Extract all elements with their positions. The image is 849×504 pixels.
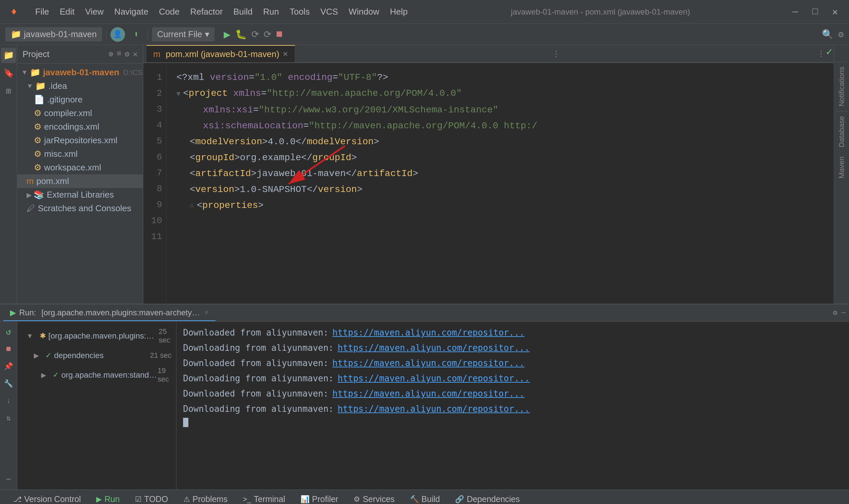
bookmarks-icon-btn[interactable]: 🔖 — [1, 66, 16, 81]
code-content[interactable]: <?xml version="1.0" encoding="UTF-8"?> ▼… — [166, 63, 834, 304]
sort-icon-btn[interactable]: ⇅ — [1, 411, 16, 426]
terminal-btn[interactable]: >_ Terminal — [236, 492, 292, 504]
run-tree-root[interactable]: ▼ ✱ [org.apache.maven.plugins:maven-arch… — [17, 325, 176, 347]
build-btn[interactable]: 🔨 Build — [403, 492, 447, 504]
output-cursor-line — [183, 418, 842, 427]
output-link-4[interactable]: https://maven.aliyun.com/repositor... — [338, 371, 530, 386]
tree-pom-xml[interactable]: m pom.xml — [17, 175, 143, 188]
bottom-settings-icon[interactable]: ⚙ — [833, 308, 837, 317]
output-text-6: Downloading from aliyunmaven: — [183, 401, 333, 416]
tree-jar-repositories-xml[interactable]: ⚙ jarRepositories.xml — [17, 133, 143, 147]
editor-area: m pom.xml (javaweb-01-maven) ✕ ⋮ ⋮ 12345… — [143, 45, 834, 304]
tree-workspace-xml[interactable]: ⚙ workspace.xml — [17, 161, 143, 175]
win-minimize[interactable]: — — [788, 5, 802, 19]
more-bottom-icon-btn[interactable]: ⋯ — [1, 471, 16, 487]
toolbar-avatar[interactable]: 👤 — [110, 27, 125, 42]
tree-gitignore[interactable]: 📄 .gitignore — [17, 93, 143, 106]
logo-btn[interactable]: ♦ — [7, 5, 21, 19]
output-link-1[interactable]: https://maven.aliyun.com/repositor... — [332, 325, 524, 340]
tree-misc-xml[interactable]: ⚙ misc.xml — [17, 147, 143, 161]
database-tab[interactable]: Database — [835, 111, 848, 152]
services-label: Services — [363, 494, 395, 504]
output-link-3[interactable]: https://maven.aliyun.com/repositor... — [332, 356, 524, 371]
stop-run-icon-btn[interactable]: ■ — [1, 342, 16, 357]
window-title: javaweb-01-maven - pom.xml (javaweb-01-m… — [418, 7, 783, 17]
maven-tab[interactable]: Maven — [835, 152, 848, 183]
output-link-5[interactable]: https://maven.aliyun.com/repositor... — [332, 386, 524, 401]
vcs-icon: ⎇ — [13, 495, 21, 504]
run-output-console[interactable]: Downloaded from aliyunmaven: https://mav… — [177, 322, 849, 489]
services-btn[interactable]: ⚙ Services — [347, 492, 401, 504]
run-button[interactable]: ▶ — [224, 28, 231, 41]
project-settings-icon[interactable]: ⚙ — [125, 49, 129, 59]
menu-window[interactable]: Window — [343, 5, 384, 19]
project-icon-btn[interactable]: 📁 — [1, 48, 16, 63]
secondary-toolbar: 📁 javaweb-01-maven 👤 ⬆ Current File ▾ ▶ … — [0, 24, 849, 45]
menu-view[interactable]: View — [80, 5, 109, 19]
problems-label: Problems — [193, 494, 228, 504]
tree-idea-folder[interactable]: ▼ 📁 .idea — [17, 79, 143, 93]
coverage-button[interactable]: ⟳ — [251, 29, 259, 40]
root-label: javaweb-01-maven — [43, 67, 120, 77]
tree-external-libs[interactable]: ▶ 📚 External Libraries — [17, 188, 143, 202]
debug-button[interactable]: 🐛 — [235, 29, 247, 40]
version-control-label: Version Control — [24, 494, 81, 504]
menu-navigate[interactable]: Navigate — [109, 5, 154, 19]
win-maximize[interactable]: □ — [808, 5, 823, 19]
run-deps-timing: 21 sec — [150, 351, 171, 360]
problems-btn[interactable]: ⚠ Problems — [177, 492, 234, 504]
menu-help[interactable]: Help — [385, 5, 413, 19]
profiler-run-button[interactable]: ⟳ — [264, 29, 271, 40]
dependencies-btn[interactable]: 🔗 Dependencies — [448, 492, 526, 504]
search-everywhere-button[interactable]: 🔍 — [822, 29, 833, 40]
tab-more-btn[interactable]: ⋮ — [552, 49, 560, 59]
menu-run[interactable]: Run — [258, 5, 284, 19]
locate-file-icon[interactable]: ⊕ — [108, 49, 113, 59]
menu-vcs[interactable]: VCS — [315, 5, 343, 19]
collapse-all-icon[interactable]: ≡ — [117, 49, 121, 59]
bottom-left-icons: ↺ ■ 📌 🔧 ↓ ⇅ ⋯ — [0, 322, 17, 489]
menu-code[interactable]: Code — [153, 5, 185, 19]
run-tree-pom[interactable]: ▶ ✓ org.apache.maven:standalone-pom:pom:… — [17, 364, 176, 386]
output-text-2: Downloading from aliyunmaven: — [183, 340, 333, 356]
run-tree-deps[interactable]: ▶ ✓ dependencies 21 sec — [17, 347, 176, 364]
profiler-btn[interactable]: 📊 Profiler — [294, 492, 345, 504]
version-control-btn[interactable]: ⎇ Version Control — [7, 492, 88, 504]
close-project-panel-icon[interactable]: ✕ — [133, 49, 138, 59]
tree-scratches[interactable]: 🖊 Scratches and Consoles — [17, 202, 143, 215]
run-footer-btn[interactable]: ▶ Run — [90, 492, 126, 504]
current-file-dropdown[interactable]: Current File ▾ — [152, 27, 215, 41]
pin-tab-icon-btn[interactable]: 📌 — [1, 359, 16, 374]
stop-button[interactable]: ■ — [276, 28, 283, 41]
filter-icon-btn[interactable]: 🔧 — [1, 376, 16, 391]
menu-build[interactable]: Build — [228, 5, 258, 19]
menu-refactor[interactable]: Refactor — [185, 5, 228, 19]
tree-compiler-xml[interactable]: ⚙ compiler.xml — [17, 106, 143, 120]
output-link-2[interactable]: https://maven.aliyun.com/repositor... — [338, 340, 530, 356]
menu-file[interactable]: File — [30, 5, 54, 19]
output-link-6[interactable]: https://maven.aliyun.com/repositor... — [338, 401, 530, 416]
project-selector[interactable]: 📁 javaweb-01-maven — [5, 27, 102, 41]
tree-encodings-xml[interactable]: ⚙ encodings.xml — [17, 120, 143, 133]
run-tab-icon: ▶ — [10, 308, 16, 317]
tree-root[interactable]: ▼ 📁 javaweb-01-maven D:\CSApp\AllCode\Ja… — [17, 66, 143, 79]
bottom-minimize-icon[interactable]: — — [842, 309, 846, 317]
run-tab[interactable]: ▶ Run: [org.apache.maven.plugins:maven-a… — [3, 305, 216, 321]
pom-tab-close[interactable]: ✕ — [283, 50, 288, 58]
menu-tools[interactable]: Tools — [284, 5, 315, 19]
menu-edit[interactable]: Edit — [54, 5, 80, 19]
rerun-icon-btn[interactable]: ↺ — [1, 324, 16, 340]
todo-btn[interactable]: ☑ TODO — [128, 492, 175, 504]
win-close[interactable]: ✕ — [828, 5, 842, 19]
output-line-4: Downloading from aliyunmaven: https://ma… — [183, 371, 842, 386]
run-pom-label: org.apache.maven:standalone-pom:pom:1 — [61, 371, 158, 380]
pom-xml-tab[interactable]: m pom.xml (javaweb-01-maven) ✕ — [147, 45, 295, 62]
run-tab-close[interactable]: ✕ — [204, 309, 209, 316]
run-footer-label: Run — [105, 494, 120, 504]
scroll-end-icon-btn[interactable]: ↓ — [1, 393, 16, 409]
notifications-tab[interactable]: Notifications — [835, 62, 848, 111]
structure-icon-btn[interactable]: ⊞ — [1, 84, 16, 99]
settings-button[interactable]: ⚙ — [838, 29, 844, 40]
toolbar-update[interactable]: ⬆ — [129, 27, 144, 42]
run-deps-label: dependencies — [54, 351, 104, 360]
